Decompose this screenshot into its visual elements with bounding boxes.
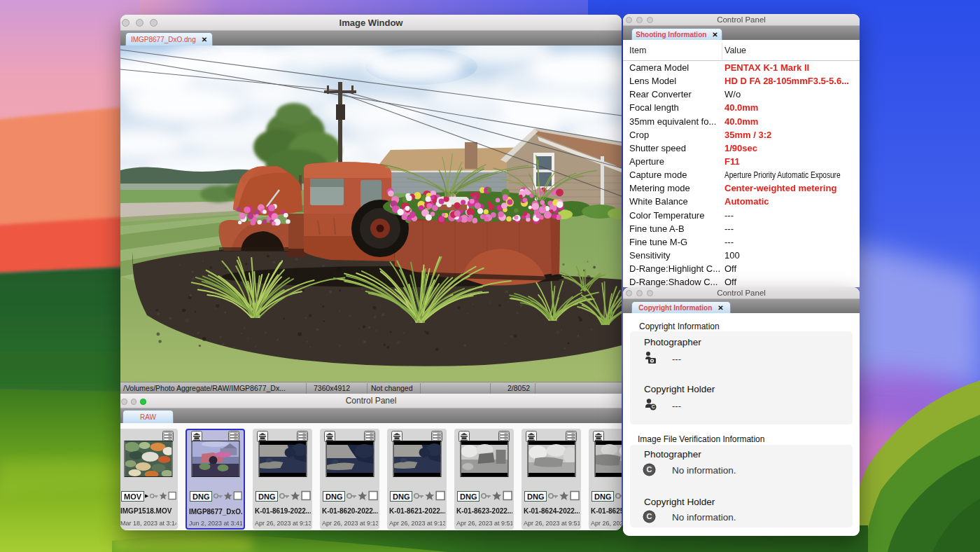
- svg-text:C: C: [652, 404, 655, 409]
- svg-text:C: C: [647, 512, 652, 520]
- svg-text:C: C: [647, 465, 652, 474]
